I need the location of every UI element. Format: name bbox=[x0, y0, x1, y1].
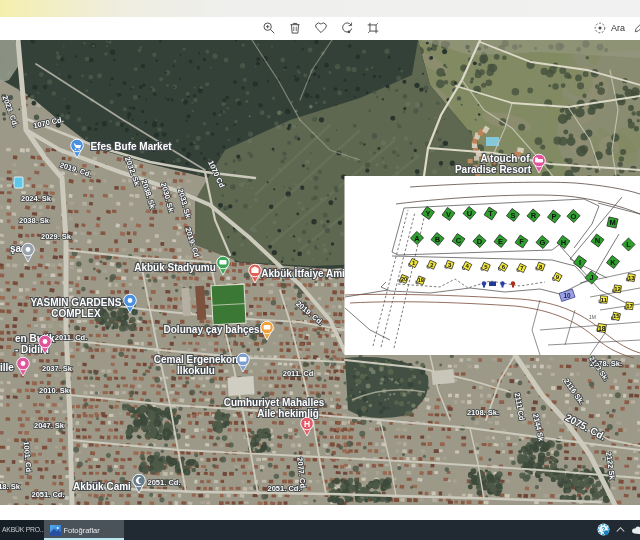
svg-text:2024. Sk: 2024. Sk bbox=[21, 194, 52, 203]
svg-text:18. Sk: 18. Sk bbox=[0, 482, 21, 491]
svg-text:13: 13 bbox=[628, 275, 635, 281]
svg-text:Akbük İtfaiye Amir: Akbük İtfaiye Amir bbox=[261, 267, 349, 279]
svg-text:K: K bbox=[610, 258, 616, 267]
svg-text:L: L bbox=[626, 240, 631, 249]
svg-text:YASMIN GARDENS: YASMIN GARDENS bbox=[31, 297, 122, 308]
svg-text:İlkokulu: İlkokulu bbox=[177, 364, 215, 376]
svg-text:2051. Cd.: 2051. Cd. bbox=[268, 484, 301, 493]
svg-text:O: O bbox=[571, 212, 577, 221]
svg-text:2011. Cd: 2011. Cd bbox=[283, 369, 314, 378]
svg-text:Akbük Cami: Akbük Cami bbox=[73, 481, 131, 492]
svg-text:17: 17 bbox=[626, 303, 633, 309]
svg-text:N: N bbox=[595, 236, 600, 245]
svg-text:Akbük Stadyumu: Akbük Stadyumu bbox=[134, 262, 216, 273]
svg-text:E: E bbox=[498, 237, 503, 246]
svg-text:2051. Cd.: 2051. Cd. bbox=[148, 478, 181, 487]
svg-text:2037. Sk: 2037. Sk bbox=[42, 364, 73, 373]
svg-text:2108. Sk.: 2108. Sk. bbox=[467, 408, 499, 417]
svg-text:2010. Sk: 2010. Sk bbox=[39, 386, 70, 395]
svg-text:Cemal Ergenekon: Cemal Ergenekon bbox=[154, 354, 238, 365]
svg-text:20: 20 bbox=[401, 276, 407, 282]
svg-text:Dolunay çay bahçesi: Dolunay çay bahçesi bbox=[164, 324, 263, 335]
svg-text:2011. Cd.: 2011. Cd. bbox=[55, 333, 88, 342]
svg-text:19: 19 bbox=[418, 277, 424, 283]
svg-text:2029. Sk: 2029. Sk bbox=[41, 232, 72, 241]
svg-text:1M: 1M bbox=[589, 314, 596, 320]
svg-text:15: 15 bbox=[613, 313, 620, 319]
svg-text:F: F bbox=[519, 237, 524, 246]
svg-text:B: B bbox=[435, 235, 441, 244]
svg-text:G: G bbox=[540, 238, 546, 247]
svg-text:2051. Cd.: 2051. Cd. bbox=[32, 490, 65, 499]
svg-text:COMPLEX: COMPLEX bbox=[51, 308, 101, 319]
svg-text:P: P bbox=[551, 212, 556, 221]
svg-text:U: U bbox=[467, 209, 472, 218]
svg-text:ille: ille bbox=[0, 362, 14, 373]
svg-text:10: 10 bbox=[563, 292, 571, 299]
svg-text:S: S bbox=[510, 211, 515, 220]
svg-text:11: 11 bbox=[601, 297, 608, 303]
svg-text:T: T bbox=[488, 209, 493, 218]
svg-text:J: J bbox=[589, 273, 593, 282]
svg-text:H: H bbox=[561, 238, 566, 247]
svg-text:D: D bbox=[477, 237, 483, 246]
svg-text:Y: Y bbox=[425, 209, 430, 218]
svg-text:I: I bbox=[579, 258, 581, 267]
svg-text:R: R bbox=[531, 211, 537, 220]
svg-text:Cumhuriyet Mahalles: Cumhuriyet Mahalles bbox=[224, 397, 325, 408]
svg-text:2038. Sk: 2038. Sk bbox=[19, 216, 50, 225]
svg-text:Paradise Resort: Paradise Resort bbox=[455, 164, 532, 175]
svg-text:C: C bbox=[456, 236, 462, 245]
svg-text:H: H bbox=[304, 419, 310, 429]
svg-text:2047. Sk: 2047. Sk bbox=[34, 421, 65, 430]
svg-text:A: A bbox=[414, 234, 420, 243]
svg-text:18: 18 bbox=[598, 325, 606, 332]
svg-text:A touch of: A touch of bbox=[480, 153, 530, 164]
svg-text:V: V bbox=[446, 210, 451, 219]
svg-text:12: 12 bbox=[614, 286, 621, 292]
svg-text:Efes Bufe Market: Efes Bufe Market bbox=[90, 141, 172, 152]
svg-text:M: M bbox=[609, 218, 615, 227]
